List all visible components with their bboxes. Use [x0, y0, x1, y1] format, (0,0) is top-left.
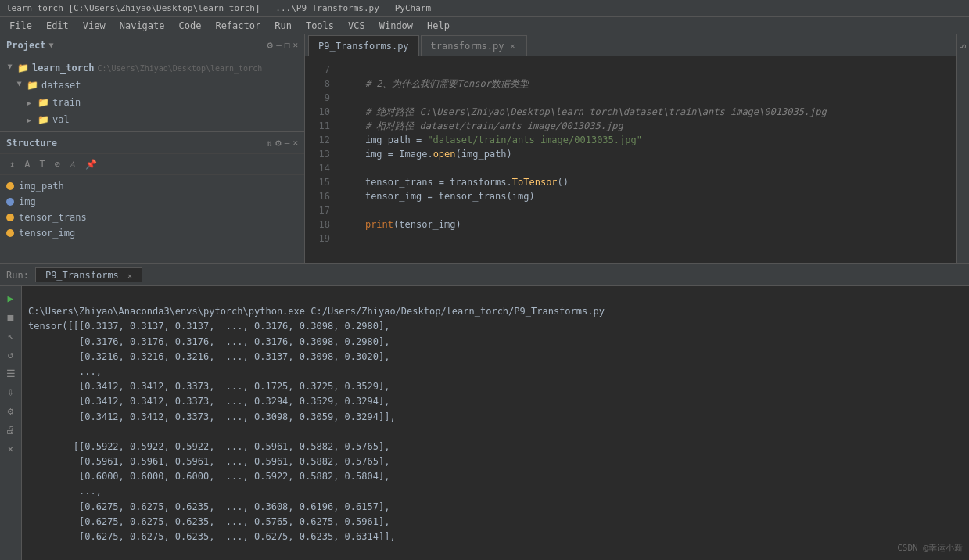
run-label: Run:: [6, 270, 29, 281]
run-output-line-8: [[0.5922, 0.5922, 0.5922, ..., 0.5961, 0…: [28, 441, 389, 452]
structure-panel-header: Structure ⇅ ⚙ – ✕: [0, 132, 304, 154]
tree-item-dataset[interactable]: ▶ 📁 dataset: [0, 77, 304, 94]
run-output-line-2: [0.3176, 0.3176, 0.3176, ..., 0.3176, 0.…: [28, 336, 389, 347]
structure-settings-icon[interactable]: ⚙: [275, 137, 282, 149]
run-output[interactable]: C:\Users\Zhiyao\Anaconda3\envs\pytorch\p…: [22, 286, 969, 560]
run-command-line: C:\Users\Zhiyao\Anaconda3\envs\pytorch\p…: [28, 306, 605, 317]
menu-help[interactable]: Help: [421, 19, 456, 33]
arrow-icon: ▶: [6, 64, 15, 72]
struct-item-img-path[interactable]: img_path: [3, 178, 301, 194]
menu-run[interactable]: Run: [268, 19, 298, 33]
struct-label-tensor-trans: tensor_trans: [19, 212, 87, 223]
run-settings-icon[interactable]: ⚙: [2, 402, 20, 419]
struct-item-img[interactable]: img: [3, 194, 301, 210]
code-lines: # 2、为什么我们需要Tensor数据类型 # 绝对路径 C:\Users\Zh…: [336, 56, 956, 263]
title-bar: learn_torch [C:\Users\Zhiyao\Desktop\lea…: [0, 0, 969, 17]
code-area[interactable]: 7 8 9 10 11 12 13 14 15 16 17 18 19 # 2、…: [305, 56, 956, 263]
right-vertical-tab: S: [956, 34, 969, 263]
tab-p9transforms[interactable]: P9_Transforms.py: [308, 35, 419, 56]
run-output-line-12: [0.6275, 0.6275, 0.6235, ..., 0.3608, 0.…: [28, 501, 389, 512]
tree-item-learn-torch[interactable]: ▶ 📁 learn_torch C:\Users\Zhiyao\Desktop\…: [0, 59, 304, 77]
struct-item-tensor-img[interactable]: tensor_img: [3, 225, 301, 241]
run-output-line-14: [0.6275, 0.6275, 0.6235, ..., 0.6275, 0.…: [28, 531, 396, 542]
struct-alpha-btn[interactable]: A: [21, 157, 33, 171]
struct-filter-btn[interactable]: ⊘: [52, 157, 63, 171]
run-scroll-icon[interactable]: ⇩: [2, 383, 20, 400]
run-output-line-11: ...,: [28, 486, 102, 497]
struct-dot-icon: [6, 198, 14, 206]
menu-window[interactable]: Window: [373, 19, 419, 33]
run-tab-bar: Run: P9_Transforms ✕: [0, 264, 969, 286]
struct-label-img-path: img_path: [19, 181, 64, 192]
run-output-line-3: [0.3216, 0.3216, 0.3216, ..., 0.3137, 0.…: [28, 351, 389, 362]
project-settings-icon[interactable]: ⚙: [267, 39, 273, 51]
dropdown-icon[interactable]: ▼: [49, 41, 54, 49]
tree-item-val[interactable]: ▶ 📁 val: [0, 111, 304, 128]
menu-edit[interactable]: Edit: [40, 19, 75, 33]
menu-refactor[interactable]: Refactor: [209, 19, 267, 33]
run-output-line-6: [0.3412, 0.3412, 0.3373, ..., 0.3294, 0.…: [28, 396, 389, 407]
project-close-icon[interactable]: ✕: [292, 40, 298, 50]
right-tab-structure[interactable]: S: [957, 41, 969, 52]
structure-panel: Structure ⇅ ⚙ – ✕ ↕ A T ⊘ 𝛢 📌: [0, 132, 304, 263]
bottom-panel: Run: P9_Transforms ✕ ▶ ■ ↖ ↺ ☰ ⇩ ⚙ 🖨 ✕ C…: [0, 263, 969, 560]
arrow-icon: ▶: [16, 81, 24, 89]
tab-transforms[interactable]: transforms.py ✕: [421, 35, 527, 56]
struct-type-btn[interactable]: T: [36, 157, 48, 171]
run-output-line-5: [0.3412, 0.3412, 0.3373, ..., 0.1725, 0.…: [28, 381, 389, 392]
run-output-line-9: [0.5961, 0.5961, 0.5961, ..., 0.5961, 0.…: [28, 456, 389, 467]
line-numbers: 7 8 9 10 11 12 13 14 15 16 17 18 19: [305, 56, 336, 263]
run-print-icon[interactable]: 🖨: [2, 421, 20, 438]
menu-file[interactable]: File: [3, 19, 38, 33]
folder-icon: 📁: [38, 114, 49, 125]
run-output-line-7: [0.3412, 0.3412, 0.3373, ..., 0.3098, 0.…: [28, 411, 396, 422]
menu-navigate[interactable]: Navigate: [113, 19, 171, 33]
arrow-icon: ▶: [27, 99, 34, 107]
struct-pin-btn[interactable]: 📌: [82, 157, 100, 171]
struct-expand-btn[interactable]: 𝛢: [66, 157, 79, 171]
run-stop-icon[interactable]: ■: [2, 308, 20, 325]
run-tab-label: P9_Transforms: [45, 270, 119, 281]
run-output-line-13: [0.6275, 0.6275, 0.6235, ..., 0.5765, 0.…: [28, 516, 389, 527]
struct-sort-btn[interactable]: ↕: [6, 157, 18, 171]
struct-label-tensor-img: tensor_img: [19, 228, 75, 239]
menu-view[interactable]: View: [77, 19, 112, 33]
tree-label-val: val: [52, 114, 70, 125]
struct-dot-icon: [6, 229, 14, 237]
code-editor: P9_Transforms.py transforms.py ✕ 7 8 9 1…: [305, 34, 956, 263]
project-panel-header: Project ▼ ⚙ – □ ✕: [0, 34, 304, 56]
tree-path: C:\Users\Zhiyao\Desktop\learn_torch: [97, 64, 262, 73]
tab-close-icon[interactable]: ✕: [509, 41, 517, 51]
run-cursor-icon: ↖: [2, 327, 20, 344]
structure-sort-icon[interactable]: ⇅: [267, 138, 272, 149]
project-tree: ▶ 📁 learn_torch C:\Users\Zhiyao\Desktop\…: [0, 56, 304, 131]
struct-item-tensor-trans[interactable]: tensor_trans: [3, 210, 301, 225]
folder-icon: 📁: [27, 80, 38, 91]
project-expand-icon[interactable]: □: [285, 40, 290, 50]
structure-close-icon[interactable]: ✕: [292, 138, 298, 148]
folder-icon: 📁: [17, 63, 29, 74]
project-label: Project: [6, 40, 46, 51]
run-close-icon[interactable]: ✕: [2, 440, 20, 457]
menu-code[interactable]: Code: [173, 19, 208, 33]
project-panel: Project ▼ ⚙ – □ ✕ ▶ 📁 learn_torch C:\Use…: [0, 34, 304, 132]
run-toolbar: ▶ ■ ↖ ↺ ☰ ⇩ ⚙ 🖨 ✕: [0, 286, 22, 560]
menu-bar: File Edit View Navigate Code Refactor Ru…: [0, 17, 969, 34]
menu-vcs[interactable]: VCS: [342, 19, 371, 33]
run-rerun-icon[interactable]: ↺: [2, 346, 20, 363]
struct-dot-icon: [6, 214, 14, 221]
tree-label-dataset: dataset: [41, 80, 81, 91]
tree-item-train[interactable]: ▶ 📁 train: [0, 94, 304, 111]
structure-items: img_path img tensor_trans tensor_img: [0, 175, 304, 244]
run-layout-icon[interactable]: ☰: [2, 364, 20, 382]
project-hide-icon[interactable]: –: [276, 40, 282, 50]
main-area: Project ▼ ⚙ – □ ✕ ▶ 📁 learn_torch C:\Use…: [0, 34, 969, 263]
sidebar: Project ▼ ⚙ – □ ✕ ▶ 📁 learn_torch C:\Use…: [0, 34, 305, 263]
run-tab-p9[interactable]: P9_Transforms ✕: [35, 267, 142, 282]
arrow-icon: ▶: [27, 116, 34, 124]
run-output-line-4: ...,: [28, 366, 102, 377]
menu-tools[interactable]: Tools: [300, 19, 340, 33]
run-play-icon[interactable]: ▶: [2, 289, 20, 307]
run-tab-close-icon[interactable]: ✕: [127, 271, 132, 280]
structure-hide-icon[interactable]: –: [285, 138, 290, 148]
